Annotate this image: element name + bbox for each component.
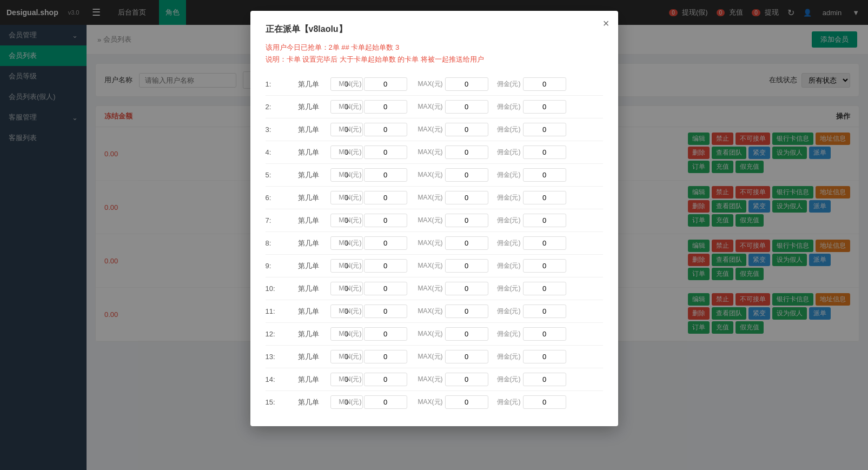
modal-row-min-cell: MIN(元): [339, 168, 409, 182]
modal-row-max-label: MAX(元): [418, 329, 443, 339]
modal-row-order-label: 第几单: [298, 80, 328, 89]
modal-row-fee-input[interactable]: [523, 373, 566, 386]
modal-row-min-label: MIN(元): [339, 239, 362, 248]
modal-row-order-label: 第几单: [298, 284, 328, 294]
modal-row-fee-cell: 佣金(元): [497, 236, 567, 250]
modal-row-fee-cell: 佣金(元): [497, 259, 567, 273]
modal-row-max-input[interactable]: [445, 304, 488, 318]
modal-row-fee-input[interactable]: [523, 304, 566, 318]
modal-row-max-input[interactable]: [445, 168, 488, 182]
modal-row-fee-label: 佣金(元): [497, 239, 521, 248]
modal-row-fee-label: 佣金(元): [497, 125, 521, 134]
modal-row-max-cell: MAX(元): [418, 168, 488, 182]
modal-row-min-cell: MIN(元): [339, 100, 409, 114]
modal-row-max-cell: MAX(元): [418, 259, 488, 273]
modal-row-min-input[interactable]: [364, 259, 407, 273]
modal-row-max-input[interactable]: [445, 373, 488, 386]
modal-row-min-input[interactable]: [364, 168, 407, 182]
modal-row-fee-input[interactable]: [523, 350, 566, 363]
modal-row-fee-input[interactable]: [523, 77, 566, 91]
modal-row-min-input[interactable]: [364, 327, 407, 341]
modal-row-max-input[interactable]: [445, 191, 488, 204]
modal-row-max-cell: MAX(元): [418, 77, 488, 91]
modal-row-fee-input[interactable]: [523, 395, 566, 409]
modal-row-min-cell: MIN(元): [339, 327, 409, 341]
modal-row-min-cell: MIN(元): [339, 282, 409, 295]
modal-row-min-input[interactable]: [364, 214, 407, 227]
modal-row-max-input[interactable]: [445, 145, 488, 159]
modal-row-max-input[interactable]: [445, 282, 488, 295]
modal-row-max-input[interactable]: [445, 395, 488, 409]
modal-close-button[interactable]: ×: [603, 17, 609, 30]
modal-row-max-input[interactable]: [445, 100, 488, 114]
modal-row-fee-label: 佣金(元): [497, 307, 521, 316]
dispatch-modal: 正在派单【v8laolu】 × 该用户今日已抢单：2单 ## 卡单起始单数 3 …: [250, 11, 618, 426]
modal-rows-container: 1: 第几单 MIN(元) MAX(元) 佣金(元) 2: 第几单 MIN(元): [266, 73, 603, 413]
modal-row-max-cell: MAX(元): [418, 123, 488, 136]
modal-row-min-input[interactable]: [364, 191, 407, 204]
modal-row-min-label: MIN(元): [339, 102, 362, 111]
modal-row-min-label: MIN(元): [339, 125, 362, 134]
modal-row-min-input[interactable]: [364, 77, 407, 91]
modal-row-min-input[interactable]: [364, 123, 407, 136]
modal-row-min-input[interactable]: [364, 304, 407, 318]
modal-row-order-label: 第几单: [298, 102, 328, 112]
modal-row-min-label: MIN(元): [339, 398, 362, 407]
modal-row-fee-label: 佣金(元): [497, 80, 521, 89]
modal-row-fee-input[interactable]: [523, 236, 566, 250]
modal-row-max-label: MAX(元): [418, 125, 443, 134]
modal-row-min-cell: MIN(元): [339, 259, 409, 273]
modal-dispatch-row: 12: 第几单 MIN(元) MAX(元) 佣金(元): [266, 323, 603, 346]
modal-row-max-cell: MAX(元): [418, 145, 488, 159]
modal-row-max-input[interactable]: [445, 350, 488, 363]
modal-row-fee-input[interactable]: [523, 168, 566, 182]
modal-row-max-input[interactable]: [445, 214, 488, 227]
modal-row-fee-input[interactable]: [523, 282, 566, 295]
modal-row-max-input[interactable]: [445, 259, 488, 273]
modal-title: 正在派单【v8laolu】: [266, 24, 603, 35]
modal-row-min-input[interactable]: [364, 395, 407, 409]
modal-row-fee-cell: 佣金(元): [497, 395, 567, 409]
modal-row-fee-input[interactable]: [523, 100, 566, 114]
modal-row-index: 4:: [266, 148, 296, 156]
modal-row-index: 5:: [266, 171, 296, 179]
modal-row-min-input[interactable]: [364, 350, 407, 363]
modal-row-max-input[interactable]: [445, 123, 488, 136]
modal-row-order-cell: 8: 第几单: [266, 236, 330, 250]
modal-row-order-cell: 13: 第几单: [266, 350, 330, 363]
modal-row-index: 12:: [266, 330, 296, 338]
modal-row-fee-input[interactable]: [523, 191, 566, 204]
modal-row-fee-input[interactable]: [523, 123, 566, 136]
modal-row-min-cell: MIN(元): [339, 304, 409, 318]
modal-row-fee-input[interactable]: [523, 259, 566, 273]
modal-row-min-cell: MIN(元): [339, 236, 409, 250]
modal-row-max-label: MAX(元): [418, 193, 443, 202]
modal-row-min-label: MIN(元): [339, 80, 362, 89]
modal-row-fee-label: 佣金(元): [497, 102, 521, 111]
modal-row-min-input[interactable]: [364, 145, 407, 159]
modal-row-fee-input[interactable]: [523, 145, 566, 159]
modal-row-fee-input[interactable]: [523, 214, 566, 227]
modal-row-max-label: MAX(元): [418, 216, 443, 225]
modal-row-index: 7:: [266, 216, 296, 224]
modal-row-min-input[interactable]: [364, 373, 407, 386]
modal-row-fee-label: 佣金(元): [497, 193, 521, 202]
modal-row-max-input[interactable]: [445, 77, 488, 91]
modal-dispatch-row: 15: 第几单 MIN(元) MAX(元) 佣金(元): [266, 391, 603, 413]
modal-row-fee-cell: 佣金(元): [497, 373, 567, 386]
modal-row-index: 10:: [266, 284, 296, 293]
modal-row-min-cell: MIN(元): [339, 123, 409, 136]
modal-row-min-input[interactable]: [364, 236, 407, 250]
modal-row-order-cell: 1: 第几单: [266, 77, 330, 91]
modal-overlay[interactable]: 正在派单【v8laolu】 × 该用户今日已抢单：2单 ## 卡单起始单数 3 …: [0, 0, 868, 470]
modal-row-max-cell: MAX(元): [418, 395, 488, 409]
modal-row-max-input[interactable]: [445, 236, 488, 250]
modal-row-fee-cell: 佣金(元): [497, 304, 567, 318]
modal-dispatch-row: 6: 第几单 MIN(元) MAX(元) 佣金(元): [266, 187, 603, 209]
modal-row-fee-input[interactable]: [523, 327, 566, 341]
modal-row-order-cell: 11: 第几单: [266, 304, 330, 318]
modal-row-min-input[interactable]: [364, 100, 407, 114]
modal-row-max-input[interactable]: [445, 327, 488, 341]
modal-row-min-input[interactable]: [364, 282, 407, 295]
modal-row-fee-label: 佣金(元): [497, 352, 521, 361]
